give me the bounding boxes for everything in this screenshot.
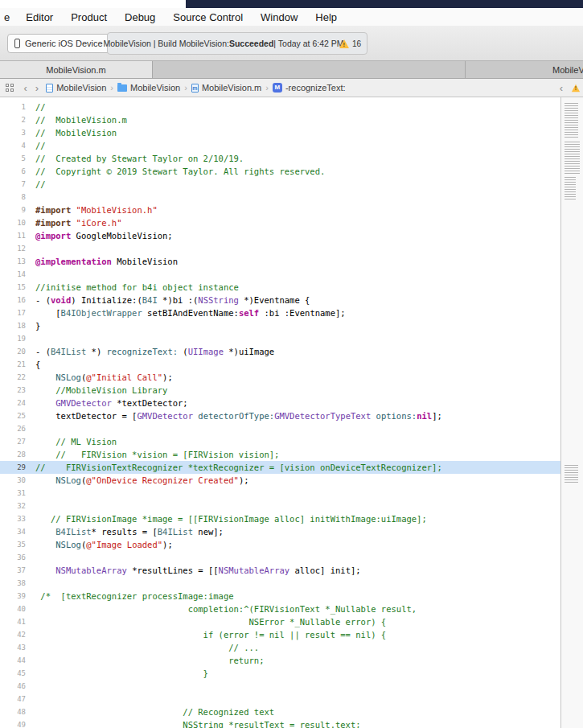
- code-line[interactable]: 35 NSLog(@"Image Loaded");: [0, 538, 560, 551]
- code-line[interactable]: 12: [0, 242, 560, 255]
- code-line[interactable]: 32: [0, 500, 560, 512]
- line-number[interactable]: 26: [0, 422, 35, 435]
- line-number[interactable]: 2: [0, 113, 35, 126]
- line-number[interactable]: 30: [0, 474, 35, 487]
- line-number[interactable]: 22: [0, 371, 35, 384]
- jumpbar-crumb[interactable]: MobileVision: [46, 83, 106, 93]
- code-line[interactable]: 36: [0, 551, 560, 564]
- line-number[interactable]: 49: [0, 718, 35, 728]
- code-line[interactable]: 27 // ML Vision: [0, 435, 560, 448]
- forward-button[interactable]: ›: [31, 83, 43, 93]
- code-line[interactable]: 5// Created by Stewart Taylor on 2/10/19…: [0, 152, 560, 165]
- line-number[interactable]: 16: [0, 294, 35, 306]
- code-line[interactable]: 26: [0, 422, 560, 435]
- code-line[interactable]: 3// MobileVision: [0, 126, 560, 139]
- menu-item-editor[interactable]: Editor: [17, 11, 62, 23]
- line-number[interactable]: 17: [0, 306, 35, 319]
- code-line[interactable]: 22 NSLog(@"Initial Call");: [0, 371, 560, 384]
- line-number[interactable]: 40: [0, 603, 35, 615]
- code-line[interactable]: 20- (B4IList *) recognizeText: (UIImage …: [0, 345, 560, 358]
- code-line[interactable]: 7//: [0, 178, 560, 191]
- line-number[interactable]: 36: [0, 551, 35, 564]
- code-line[interactable]: 18}: [0, 319, 560, 332]
- right-pane-back-button[interactable]: ‹: [556, 83, 567, 93]
- code-line[interactable]: 21{: [0, 358, 560, 371]
- line-number[interactable]: 21: [0, 358, 35, 371]
- code-line[interactable]: 40 completion:^(FIRVisionText *_Nullable…: [0, 603, 560, 615]
- code-line[interactable]: 15//initise method for b4i object instan…: [0, 281, 560, 294]
- code-line[interactable]: 11@import GoogleMobileVision;: [0, 229, 560, 242]
- code-line[interactable]: 1//: [0, 101, 560, 113]
- line-number[interactable]: 37: [0, 564, 35, 577]
- line-number[interactable]: 5: [0, 152, 35, 165]
- line-number[interactable]: 39: [0, 590, 35, 603]
- line-number[interactable]: 35: [0, 538, 35, 551]
- code-line[interactable]: 31: [0, 487, 560, 500]
- scheme-selector[interactable]: Generic iOS Device: [7, 34, 112, 53]
- code-line[interactable]: 10#import "iCore.h": [0, 216, 560, 229]
- line-number[interactable]: 44: [0, 654, 35, 667]
- jumpbar-crumb[interactable]: M-recognizeText:: [273, 83, 346, 93]
- code-line[interactable]: 6// Copyright © 2019 Stewart Taylor. All…: [0, 165, 560, 178]
- jumpbar-crumb[interactable]: mMobileVision.m: [191, 83, 261, 93]
- line-number[interactable]: 32: [0, 500, 35, 512]
- code-line[interactable]: 49 NSString *resultText = result.text;: [0, 718, 560, 728]
- code-line[interactable]: 47: [0, 693, 560, 705]
- code-line-highlighted[interactable]: 29// FIRVisionTextRecognizer *textRecogn…: [0, 461, 560, 474]
- line-number[interactable]: 11: [0, 229, 35, 242]
- code-line[interactable]: 33 // FIRVisionImage *image = [[FIRVisio…: [0, 512, 560, 525]
- activity-viewer[interactable]: MobileVision | Build MobileVision: Succe…: [107, 32, 367, 55]
- code-line[interactable]: 44 return;: [0, 654, 560, 667]
- warning-badge[interactable]: 16: [339, 39, 361, 48]
- back-button[interactable]: ‹: [20, 83, 31, 93]
- line-number[interactable]: 23: [0, 384, 35, 397]
- line-number[interactable]: 43: [0, 641, 35, 654]
- line-number[interactable]: 46: [0, 680, 35, 693]
- line-number[interactable]: 6: [0, 165, 35, 178]
- code-line[interactable]: 39 /* [textRecognizer processImage:image: [0, 590, 560, 603]
- menu-item-debug[interactable]: Debug: [116, 11, 164, 23]
- line-number[interactable]: 24: [0, 397, 35, 409]
- line-number[interactable]: 28: [0, 448, 35, 461]
- issue-warning-icon[interactable]: [572, 84, 580, 91]
- line-number[interactable]: 14: [0, 268, 35, 281]
- line-number[interactable]: 8: [0, 191, 35, 204]
- line-number[interactable]: 27: [0, 435, 35, 448]
- line-number[interactable]: 38: [0, 577, 35, 590]
- line-number[interactable]: 15: [0, 281, 35, 294]
- line-number[interactable]: 4: [0, 139, 35, 152]
- line-number[interactable]: 10: [0, 216, 35, 229]
- line-number[interactable]: 19: [0, 332, 35, 345]
- line-number[interactable]: 20: [0, 345, 35, 358]
- line-number[interactable]: 9: [0, 204, 35, 216]
- minimap[interactable]: [561, 97, 583, 728]
- code-line[interactable]: 4//: [0, 139, 560, 152]
- line-number[interactable]: 29: [0, 461, 35, 474]
- menu-item-source-control[interactable]: Source Control: [164, 11, 252, 23]
- code-line[interactable]: 30 NSLog(@"OnDevice Recognizer Created")…: [0, 474, 560, 487]
- code-line[interactable]: 38: [0, 577, 560, 590]
- code-line[interactable]: 42 if (error != nil || result == nil) {: [0, 628, 560, 641]
- tab-mobilevision-m[interactable]: MobileVision.m: [0, 61, 153, 78]
- line-number[interactable]: 13: [0, 255, 35, 268]
- code-line[interactable]: 23 //MobileVision Library: [0, 384, 560, 397]
- line-number[interactable]: 33: [0, 512, 35, 525]
- line-number[interactable]: 48: [0, 705, 35, 718]
- code-line[interactable]: 2// MobileVision.m: [0, 113, 560, 126]
- line-number[interactable]: 1: [0, 101, 35, 113]
- code-line[interactable]: 37 NSMutableArray *resultLines = [[NSMut…: [0, 564, 560, 577]
- code-line[interactable]: 19: [0, 332, 560, 345]
- code-line[interactable]: 34 B4IList* results = [B4IList new];: [0, 525, 560, 538]
- code-line[interactable]: 13@implementation MobileVision: [0, 255, 560, 268]
- menu-item-product[interactable]: Product: [62, 11, 116, 23]
- line-number[interactable]: 45: [0, 667, 35, 680]
- code-line[interactable]: 24 GMVDetector *textDetector;: [0, 397, 560, 409]
- line-number[interactable]: 18: [0, 319, 35, 332]
- menu-item-window[interactable]: Window: [252, 11, 306, 23]
- right-pane-tab[interactable]: MobileVision.m: [552, 61, 583, 78]
- code-line[interactable]: 28 // FIRVision *vision = [FIRVision vis…: [0, 448, 560, 461]
- menu-item-e[interactable]: e: [0, 11, 17, 23]
- line-number[interactable]: 42: [0, 628, 35, 641]
- code-line[interactable]: 45 }: [0, 667, 560, 680]
- menu-item-help[interactable]: Help: [306, 11, 346, 23]
